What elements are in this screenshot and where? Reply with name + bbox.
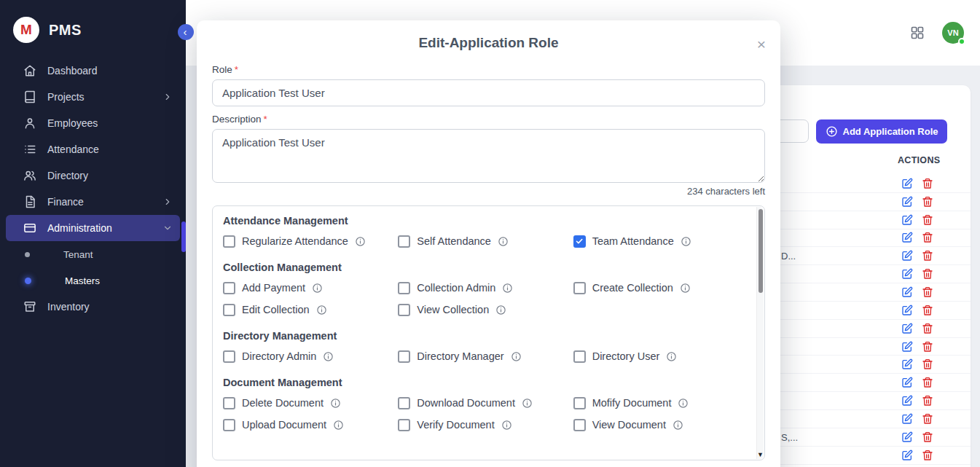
sidebar-item-projects[interactable]: Projects bbox=[6, 84, 180, 110]
edit-icon[interactable] bbox=[901, 377, 913, 388]
sidebar-item-directory[interactable]: Directory bbox=[6, 162, 180, 189]
info-icon[interactable] bbox=[666, 351, 677, 362]
permission-checkbox[interactable] bbox=[223, 419, 235, 431]
sidebar-item-label: Finance bbox=[47, 196, 84, 208]
permission-checkbox[interactable] bbox=[573, 419, 586, 431]
sidebar-collapse-button[interactable]: ‹ bbox=[178, 24, 194, 40]
trash-icon[interactable] bbox=[922, 214, 933, 226]
edit-icon[interactable] bbox=[901, 250, 913, 262]
info-icon[interactable] bbox=[501, 420, 512, 431]
edit-icon[interactable] bbox=[901, 431, 913, 443]
sidebar-item-dashboard[interactable]: Dashboard bbox=[6, 58, 180, 84]
edit-icon[interactable] bbox=[901, 232, 913, 243]
permission-checkbox[interactable] bbox=[398, 235, 410, 248]
trash-icon[interactable] bbox=[922, 431, 933, 443]
row-actions bbox=[901, 413, 933, 425]
edit-icon[interactable] bbox=[901, 358, 913, 370]
permission-item: Directory User bbox=[573, 349, 748, 364]
inventory-icon bbox=[23, 300, 36, 313]
trash-icon[interactable] bbox=[922, 358, 933, 370]
trash-icon[interactable] bbox=[922, 178, 933, 189]
edit-icon[interactable] bbox=[901, 196, 913, 208]
avatar-initials: VN bbox=[947, 28, 958, 37]
permission-checkbox[interactable] bbox=[223, 397, 235, 409]
sidebar-subitem-tenant[interactable]: Tenant bbox=[6, 241, 180, 267]
info-icon[interactable] bbox=[355, 236, 366, 247]
apps-grid-icon[interactable] bbox=[910, 25, 925, 40]
permission-checkbox[interactable] bbox=[573, 282, 586, 294]
trash-icon[interactable] bbox=[922, 395, 933, 407]
scroll-down-icon[interactable]: ▼ bbox=[757, 452, 764, 458]
edit-icon[interactable] bbox=[901, 268, 913, 280]
permission-label: View Collection bbox=[417, 304, 489, 315]
info-icon[interactable] bbox=[502, 283, 513, 294]
edit-icon[interactable] bbox=[901, 395, 913, 407]
permission-checkbox[interactable] bbox=[398, 419, 410, 431]
edit-icon[interactable] bbox=[901, 305, 913, 316]
trash-icon[interactable] bbox=[922, 286, 933, 298]
edit-icon[interactable] bbox=[901, 286, 913, 298]
sidebar-scrollbar-thumb[interactable] bbox=[181, 221, 186, 252]
info-icon[interactable] bbox=[323, 351, 334, 362]
info-icon[interactable] bbox=[333, 420, 344, 431]
close-button[interactable]: × bbox=[754, 34, 769, 55]
row-actions bbox=[901, 214, 933, 226]
trash-icon[interactable] bbox=[922, 341, 933, 353]
sidebar-item-inventory[interactable]: Inventory bbox=[6, 294, 180, 320]
permission-grid: Regularize AttendanceSelf AttendanceTeam… bbox=[223, 234, 748, 248]
trash-icon[interactable] bbox=[922, 196, 933, 208]
permission-label: Upload Document bbox=[242, 419, 326, 431]
info-icon[interactable] bbox=[498, 236, 509, 247]
sidebar-item-finance[interactable]: Finance bbox=[6, 189, 180, 215]
permission-checkbox[interactable] bbox=[223, 235, 235, 248]
description-textarea[interactable] bbox=[212, 129, 765, 183]
permission-checkbox[interactable] bbox=[573, 235, 586, 248]
trash-icon[interactable] bbox=[922, 413, 933, 425]
edit-icon[interactable] bbox=[901, 178, 913, 189]
permission-checkbox[interactable] bbox=[573, 397, 586, 409]
scrollbar-thumb[interactable] bbox=[758, 209, 763, 293]
permission-checkbox[interactable] bbox=[223, 304, 235, 316]
info-icon[interactable] bbox=[522, 398, 533, 409]
edit-icon[interactable] bbox=[901, 214, 913, 226]
info-icon[interactable] bbox=[511, 351, 522, 362]
permission-checkbox[interactable] bbox=[398, 350, 410, 363]
trash-icon[interactable] bbox=[922, 268, 933, 280]
trash-icon[interactable] bbox=[922, 323, 933, 334]
info-icon[interactable] bbox=[495, 305, 506, 315]
trash-icon[interactable] bbox=[922, 450, 933, 461]
permission-checkbox[interactable] bbox=[223, 282, 235, 294]
info-icon[interactable] bbox=[680, 283, 691, 294]
permissions-scrollbar[interactable]: ▼ bbox=[756, 207, 764, 459]
sidebar-item-attendance[interactable]: Attendance bbox=[6, 136, 180, 162]
permission-checkbox[interactable] bbox=[573, 350, 586, 363]
sidebar-item-label: Directory bbox=[47, 170, 88, 181]
info-icon[interactable] bbox=[678, 398, 689, 409]
chevron-left-icon: ‹ bbox=[184, 26, 187, 37]
trash-icon[interactable] bbox=[922, 232, 933, 243]
edit-icon[interactable] bbox=[901, 450, 913, 461]
permission-checkbox[interactable] bbox=[398, 282, 410, 294]
info-icon[interactable] bbox=[681, 236, 691, 247]
role-input[interactable] bbox=[212, 79, 765, 106]
permission-checkbox[interactable] bbox=[398, 304, 410, 316]
sidebar-item-employees[interactable]: Employees bbox=[6, 110, 180, 136]
permissions-list: Attendance ManagementRegularize Attendan… bbox=[213, 206, 756, 460]
permission-checkbox[interactable] bbox=[398, 397, 410, 409]
sidebar-item-administration[interactable]: Administration bbox=[6, 215, 180, 241]
edit-icon[interactable] bbox=[901, 413, 913, 425]
trash-icon[interactable] bbox=[922, 377, 933, 388]
avatar[interactable]: VN bbox=[942, 22, 964, 44]
sidebar-subitem-masters[interactable]: Masters bbox=[6, 267, 180, 294]
edit-icon[interactable] bbox=[901, 341, 913, 353]
permission-checkbox[interactable] bbox=[223, 350, 235, 363]
info-icon[interactable] bbox=[312, 283, 323, 294]
info-icon[interactable] bbox=[316, 305, 327, 315]
trash-icon[interactable] bbox=[922, 250, 933, 262]
permission-item: Delete Document bbox=[223, 396, 398, 410]
trash-icon[interactable] bbox=[922, 305, 933, 316]
edit-icon[interactable] bbox=[901, 323, 913, 334]
info-icon[interactable] bbox=[673, 420, 683, 431]
info-icon[interactable] bbox=[330, 398, 341, 409]
add-application-role-button[interactable]: Add Application Role bbox=[816, 119, 947, 144]
